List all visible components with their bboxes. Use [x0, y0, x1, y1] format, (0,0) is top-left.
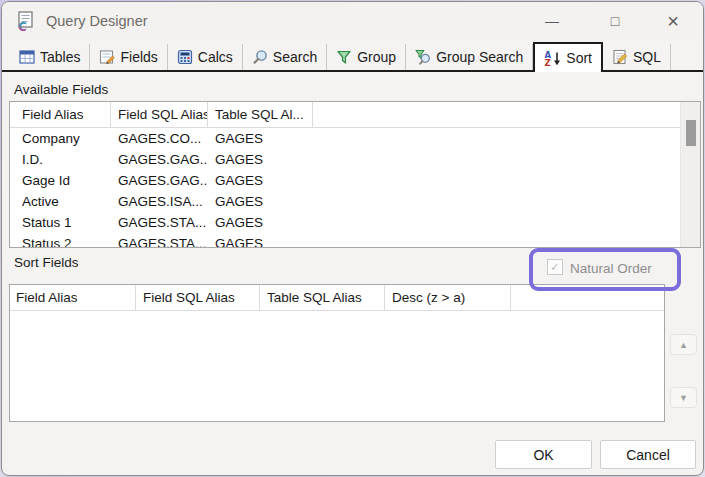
move-down-icon: ▼: [679, 393, 688, 403]
natural-order-checkbox[interactable]: ✓: [547, 259, 563, 275]
tab-label: Search: [273, 49, 317, 65]
sort-fields-header: Field Alias Field SQL Alias Table SQL Al…: [10, 285, 664, 311]
tab-group[interactable]: Group: [327, 44, 406, 70]
tab-label: Group: [357, 49, 396, 65]
column-header-desc[interactable]: Desc (z > a): [385, 285, 511, 310]
query-designer-dialog: C Query Designer — □ × Tables: [1, 1, 704, 476]
available-fields-table: Field Alias Field SQL Alias Table SQL Al…: [9, 101, 701, 248]
tab-label: Sort: [566, 50, 592, 66]
ok-button[interactable]: OK: [495, 440, 592, 469]
tab-fields[interactable]: Fields: [90, 44, 167, 70]
cancel-button[interactable]: Cancel: [600, 440, 696, 469]
close-icon: ×: [667, 10, 679, 33]
vertical-scrollbar[interactable]: [680, 102, 700, 247]
move-down-button[interactable]: ▼: [670, 387, 697, 408]
table-row[interactable]: I.D. GAGES.GAG... GAGES: [10, 149, 700, 170]
tab-label: Group Search: [436, 49, 523, 65]
svg-text:Z: Z: [545, 58, 551, 67]
table-row[interactable]: Status 2 GAGES.STA... GAGES: [10, 233, 700, 248]
tab-search[interactable]: Search: [243, 44, 327, 70]
available-fields-label: Available Fields: [14, 82, 108, 97]
magnifier-icon: [252, 49, 268, 65]
tab-label: SQL: [633, 49, 661, 65]
app-icon: C: [15, 11, 36, 32]
minimize-button[interactable]: —: [534, 2, 570, 40]
tab-label: Fields: [120, 49, 157, 65]
close-button[interactable]: ×: [655, 2, 691, 40]
available-fields-header: Field Alias Field SQL Alias Table SQL Al…: [10, 102, 700, 128]
column-header-field-alias[interactable]: Field Alias: [10, 102, 111, 127]
table-row[interactable]: Status 1 GAGES.STA... GAGES: [10, 212, 700, 233]
sort-fields-label: Sort Fields: [14, 255, 79, 270]
column-header-table-sql-alias[interactable]: Table SQL Al...: [208, 102, 313, 127]
column-header-table-sql-alias[interactable]: Table SQL Alias: [260, 285, 385, 310]
script-pencil-icon: [612, 49, 628, 65]
column-header-field-alias[interactable]: Field Alias: [10, 285, 136, 310]
tab-sort[interactable]: A Z Sort: [533, 42, 603, 72]
calculator-icon: [177, 49, 193, 65]
move-up-button[interactable]: ▲: [670, 334, 697, 355]
maximize-button[interactable]: □: [597, 2, 633, 40]
scrollbar-thumb[interactable]: [686, 120, 696, 146]
column-header-field-sql-alias[interactable]: Field SQL Alias: [136, 285, 260, 310]
natural-order-label: Natural Order: [570, 261, 652, 276]
column-header-field-sql-alias[interactable]: Field SQL Alias: [111, 102, 208, 127]
table-icon: [19, 49, 35, 65]
table-row[interactable]: Gage Id GAGES.GAG... GAGES: [10, 170, 700, 191]
tab-calcs[interactable]: Calcs: [168, 44, 243, 70]
tab-tables[interactable]: Tables: [10, 44, 90, 70]
tab-strip: Tables Fields: [10, 42, 671, 70]
sort-fields-table: Field Alias Field SQL Alias Table SQL Al…: [9, 284, 665, 422]
form-pencil-icon: [99, 49, 115, 65]
az-sort-icon: A Z: [544, 50, 561, 66]
tab-group-search[interactable]: Group Search: [406, 44, 533, 70]
svg-text:C: C: [18, 20, 27, 32]
tab-label: Calcs: [198, 49, 233, 65]
tab-label: Tables: [40, 49, 80, 65]
checkmark-icon: ✓: [550, 260, 560, 274]
table-row[interactable]: Active GAGES.ISA... GAGES: [10, 191, 700, 212]
maximize-icon: □: [611, 13, 619, 29]
funnel-magnifier-icon: [415, 49, 431, 65]
minimize-icon: —: [545, 13, 559, 29]
table-row[interactable]: Company GAGES.CO... GAGES: [10, 128, 700, 149]
window-title: Query Designer: [46, 13, 148, 29]
tab-sql[interactable]: SQL: [603, 44, 671, 70]
funnel-icon: [336, 49, 352, 65]
move-up-icon: ▲: [679, 340, 688, 350]
